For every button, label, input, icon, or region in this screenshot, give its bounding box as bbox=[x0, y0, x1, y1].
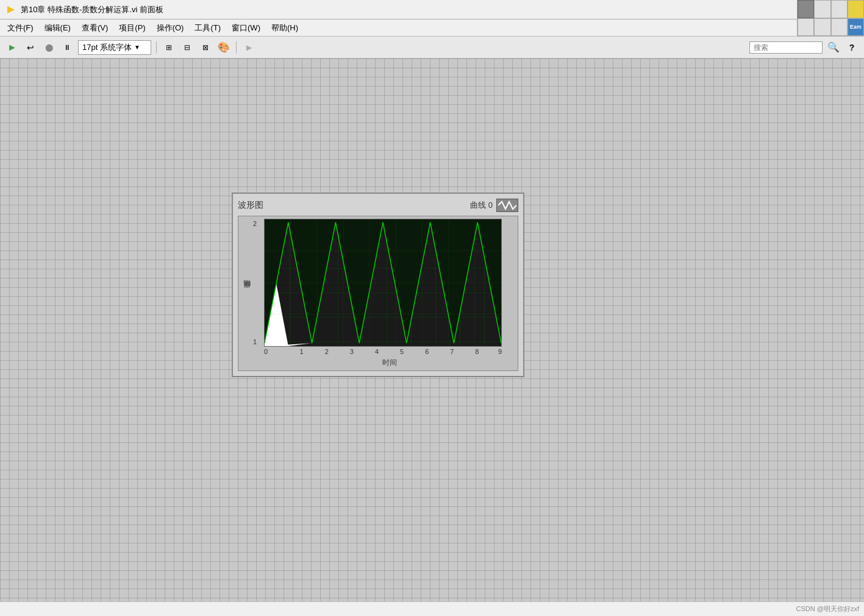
curve-style-button[interactable] bbox=[496, 199, 518, 212]
curve-label-box: 曲线 0 bbox=[470, 199, 518, 212]
x-tick-9: 9 bbox=[490, 348, 502, 355]
x-tick-5: 5 bbox=[390, 348, 415, 355]
x-tick-4: 4 bbox=[364, 348, 389, 355]
color-button[interactable]: 🎨 bbox=[216, 40, 231, 55]
menu-view[interactable]: 查看(V) bbox=[77, 21, 113, 35]
menu-file[interactable]: 文件(F) bbox=[2, 21, 38, 35]
svg-marker-0 bbox=[7, 6, 15, 13]
waveform-header: 波形图 曲线 0 bbox=[238, 199, 518, 212]
panel-cell-2[interactable] bbox=[814, 0, 830, 18]
toolbar-right: 🔍 ? bbox=[749, 40, 859, 55]
menu-tools[interactable]: 工具(T) bbox=[190, 21, 226, 35]
help-button[interactable]: ? bbox=[844, 40, 859, 55]
title-bar: 第10章 特殊函数-质数分解运算.vi 前面板 — □ ✕ Eam bbox=[0, 0, 864, 19]
panel-cell-7[interactable] bbox=[831, 18, 848, 37]
watermark: CSDN @明天你好zxf bbox=[796, 604, 859, 614]
menu-project[interactable]: 项目(P) bbox=[114, 21, 150, 35]
chart-container: 振幅 2 1 bbox=[238, 216, 518, 371]
toolbar-separator-2 bbox=[236, 41, 237, 54]
window-title: 第10章 特殊函数-质数分解运算.vi 前面板 bbox=[21, 4, 813, 15]
x-axis-label: 时间 bbox=[264, 358, 515, 368]
panel-cell-5[interactable] bbox=[798, 18, 814, 37]
panel-cell-8[interactable]: Eam bbox=[848, 18, 864, 37]
x-tick-8: 8 bbox=[465, 348, 490, 355]
x-axis: 0 1 2 3 4 5 6 7 8 9 bbox=[264, 347, 502, 356]
waveform-panel: 波形图 曲线 0 振幅 2 1 bbox=[232, 193, 524, 377]
app-icon bbox=[5, 4, 17, 16]
menu-help[interactable]: 帮助(H) bbox=[266, 21, 303, 35]
run-arrow-button[interactable]: ► bbox=[5, 40, 20, 55]
chart-with-yticks: 2 1 bbox=[264, 219, 515, 347]
right-panel: Eam bbox=[797, 0, 864, 37]
y-tick-max: 2 bbox=[253, 220, 257, 227]
x-tick-0: 0 bbox=[264, 348, 289, 355]
search-icon[interactable]: 🔍 bbox=[826, 40, 841, 55]
undo-button[interactable]: ↩ bbox=[23, 40, 38, 55]
chart-plot[interactable] bbox=[264, 219, 502, 347]
search-input[interactable] bbox=[749, 41, 823, 54]
panel-cell-4[interactable] bbox=[848, 0, 864, 18]
search-arrow: ▶ bbox=[241, 40, 256, 55]
pause-button[interactable]: ⏸ bbox=[60, 40, 74, 55]
canvas-area: 波形图 曲线 0 振幅 2 1 bbox=[0, 58, 864, 601]
toolbar-separator-1 bbox=[156, 41, 157, 54]
menu-operate[interactable]: 操作(O) bbox=[152, 21, 189, 35]
font-dropdown[interactable]: 17pt 系统字体 ▼ bbox=[78, 40, 151, 55]
x-tick-6: 6 bbox=[415, 348, 440, 355]
menu-window[interactable]: 窗口(W) bbox=[227, 21, 265, 35]
y-axis-label: 振幅 bbox=[241, 219, 253, 368]
curve-label: 曲线 0 bbox=[470, 200, 493, 211]
status-bar: CSDN @明天你好zxf bbox=[0, 601, 864, 616]
y-tick-min: 1 bbox=[253, 338, 257, 345]
font-dropdown-arrow: ▼ bbox=[134, 44, 140, 51]
x-tick-7: 7 bbox=[440, 348, 465, 355]
menu-bar: 文件(F) 编辑(E) 查看(V) 项目(P) 操作(O) 工具(T) 窗口(W… bbox=[0, 19, 864, 37]
align-button[interactable]: ⊞ bbox=[162, 40, 176, 55]
x-tick-2: 2 bbox=[314, 348, 339, 355]
panel-cell-3[interactable] bbox=[831, 0, 848, 18]
panel-cell-6[interactable] bbox=[814, 18, 830, 37]
waveform-title: 波形图 bbox=[238, 200, 263, 211]
panel-cell-1[interactable] bbox=[798, 0, 814, 18]
menu-edit[interactable]: 编辑(E) bbox=[40, 21, 76, 35]
x-tick-1: 1 bbox=[289, 348, 314, 355]
x-tick-3: 3 bbox=[339, 348, 364, 355]
stop-button[interactable]: ⬤ bbox=[41, 40, 56, 55]
toolbar: ► ↩ ⬤ ⏸ 17pt 系统字体 ▼ ⊞ ⊟ ⊠ 🎨 ▶ 🔍 ? bbox=[0, 37, 864, 58]
resize-button[interactable]: ⊠ bbox=[198, 40, 213, 55]
waveform-svg bbox=[265, 219, 501, 346]
chart-inner: 2 1 bbox=[253, 219, 515, 368]
distribute-button[interactable]: ⊟ bbox=[180, 40, 195, 55]
